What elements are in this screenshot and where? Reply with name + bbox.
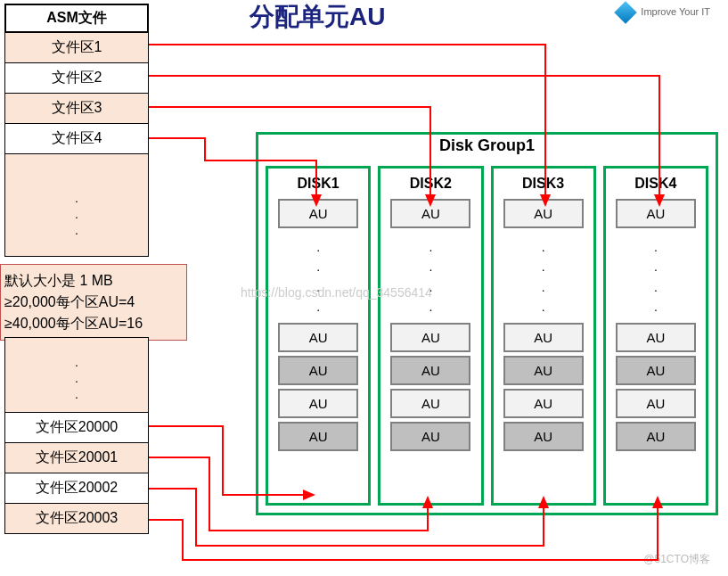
au-box: AU	[278, 422, 358, 451]
logo-text: Improve Your IT	[641, 6, 710, 17]
au-box: AU	[503, 422, 584, 451]
au-box: AU	[278, 199, 358, 228]
disk-dots: ....	[316, 232, 320, 323]
asm-cell-20000: 文件区20000	[4, 413, 149, 443]
asm-cell-2: 文件区2	[4, 63, 149, 94]
disk-4-title: DISK4	[634, 172, 676, 199]
page-title: 分配单元AU	[249, 0, 385, 34]
note-line-2: ≥20,000每个区AU=4	[4, 292, 183, 313]
au-box: AU	[503, 199, 584, 228]
au-box: AU	[390, 199, 470, 228]
disks-row: DISK1 AU .... AU AU AU AU DISK2 AU .... …	[266, 166, 708, 506]
note-box: 默认大小是 1 MB ≥20,000每个区AU=4 ≥40,000每个区AU=1…	[0, 264, 187, 341]
au-box: AU	[616, 389, 696, 418]
au-box: AU	[278, 323, 358, 352]
watermark-2: @51CTO博客	[643, 552, 710, 567]
asm-cell-20003: 文件区20003	[4, 504, 149, 534]
asm-header: ASM文件	[4, 4, 149, 33]
disk-3-title: DISK3	[522, 172, 564, 199]
au-box: AU	[616, 199, 696, 228]
au-box: AU	[278, 389, 358, 418]
disk-2-title: DISK2	[410, 172, 452, 199]
au-box: AU	[390, 389, 470, 418]
note-line-3: ≥40,000每个区AU=16	[4, 313, 183, 334]
disk-4: DISK4 AU .... AU AU AU AU	[603, 166, 708, 506]
asm-dots-bottom: ...	[4, 337, 149, 413]
au-box: AU	[503, 389, 584, 418]
note-line-1: 默认大小是 1 MB	[4, 270, 183, 292]
disk-1: DISK1 AU .... AU AU AU AU	[266, 166, 371, 506]
au-box: AU	[503, 323, 584, 352]
disk-1-title: DISK1	[298, 172, 339, 199]
disk-dots: ....	[654, 232, 658, 323]
au-box: AU	[616, 356, 696, 385]
disk-dots: ....	[542, 232, 545, 323]
asm-column-bottom: ... 文件区20000 文件区20001 文件区20002 文件区20003	[4, 337, 149, 534]
au-box: AU	[390, 323, 470, 352]
asm-cell-1: 文件区1	[4, 33, 149, 63]
au-box: AU	[616, 422, 696, 451]
asm-cell-4: 文件区4	[4, 124, 149, 154]
au-box: AU	[390, 356, 470, 385]
au-box: AU	[390, 422, 470, 451]
asm-cell-20002: 文件区20002	[4, 473, 149, 504]
disk-group-title: Disk Group1	[258, 134, 716, 158]
disk-dots: ....	[429, 232, 432, 323]
au-box: AU	[616, 323, 696, 352]
disk-group: Disk Group1 DISK1 AU .... AU AU AU AU DI…	[256, 132, 718, 515]
au-box: AU	[503, 356, 584, 385]
au-box: AU	[278, 356, 358, 385]
disk-2: DISK2 AU .... AU AU AU AU	[378, 166, 483, 506]
asm-file-column: ASM文件 文件区1 文件区2 文件区3 文件区4 ...	[4, 4, 149, 257]
asm-cell-3: 文件区3	[4, 94, 149, 124]
disk-3: DISK3 AU .... AU AU AU AU	[491, 166, 596, 506]
asm-dots-top: ...	[4, 154, 149, 257]
logo: Improve Your IT	[618, 4, 710, 21]
asm-cell-20001: 文件区20001	[4, 443, 149, 473]
logo-icon	[615, 1, 637, 23]
